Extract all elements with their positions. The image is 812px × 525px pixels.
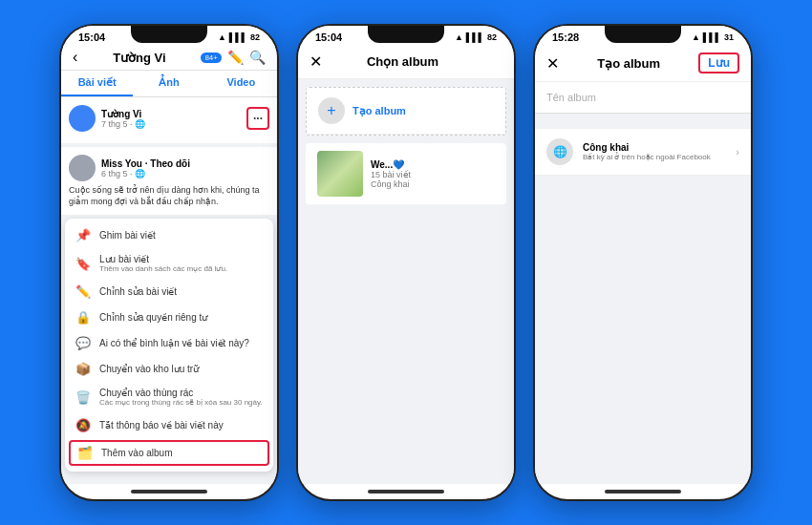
nav-title-1: Tường Vi	[113, 51, 165, 65]
album-privacy: Công khai	[371, 179, 411, 189]
close-icon-3[interactable]: ✕	[546, 54, 559, 73]
dropdown-menu: 📌 Ghim bài viết 🔖 Lưu bài viết Thêm vào …	[65, 219, 273, 472]
album-name: We...💙	[371, 159, 411, 170]
album-name-placeholder: Tên album	[546, 92, 596, 103]
home-indicator-2	[368, 490, 444, 494]
lock-icon: 🔒	[75, 310, 92, 325]
back-icon-1[interactable]: ‹	[73, 49, 77, 66]
notch-1	[131, 26, 207, 43]
tab-video[interactable]: Video	[205, 71, 277, 96]
wifi-icon-3: ▲	[692, 32, 700, 42]
notify-icon: 🔕	[75, 418, 92, 432]
menu-comment-label: Ai có thể bình luận về bài viết này?	[99, 338, 264, 348]
privacy-text: Công khai Bất kỳ ai ở trên hoặc ngoài Fa…	[583, 142, 726, 161]
menu-notify[interactable]: 🔕 Tắt thông báo về bài viết này	[65, 412, 273, 438]
content-1: Tường Vi 7 thg 5 · 🌐 ··· Miss You · Theo…	[61, 97, 277, 484]
tab-posts[interactable]: Bài viết	[61, 71, 133, 96]
close-icon-2[interactable]: ✕	[310, 52, 322, 71]
post-text-2: Cuộc sống sẽ trở nên dịu dàng hơn khi, c…	[69, 185, 269, 207]
privacy-desc: Bất kỳ ai ở trên hoặc ngoài Facebook	[583, 153, 726, 161]
phone-2: 15:04 ▲ ▌▌▌ 82 ✕ Chọn album + Tạo album …	[296, 24, 516, 501]
album-header: ✕ Chọn album	[298, 45, 514, 79]
signal-icon: ▌▌▌	[229, 32, 247, 42]
tab-photos[interactable]: Ảnh	[133, 71, 204, 96]
create-album-row[interactable]: + Tạo album	[307, 88, 505, 135]
create-album-title: Tạo album	[559, 56, 698, 71]
menu-archive[interactable]: 📦 Chuyển vào kho lưu trữ	[65, 356, 273, 382]
menu-trash-sub: Các mục trong thùng rác sẽ bị xóa sau 30…	[99, 398, 263, 407]
menu-save-sub: Thêm vào danh sách các mục đã lưu.	[99, 264, 227, 273]
privacy-icon: 🌐	[546, 138, 573, 165]
menu-album-label: Thêm vào album	[101, 448, 262, 458]
status-icons-3: ▲ ▌▌▌ 31	[692, 32, 734, 42]
signal-icon-3: ▌▌▌	[703, 32, 721, 42]
menu-add-album[interactable]: 🗂️ Thêm vào album	[69, 440, 269, 466]
menu-trash[interactable]: 🗑️ Chuyển vào thùng rác Các mục trong th…	[65, 382, 273, 412]
three-dots-button[interactable]: ···	[246, 107, 269, 130]
menu-save[interactable]: 🔖 Lưu bài viết Thêm vào danh sách các mụ…	[65, 248, 273, 279]
menu-comment[interactable]: 💬 Ai có thể bình luận về bài viết này?	[65, 330, 273, 356]
album-count: 15 bài viết	[371, 170, 411, 179]
time-1: 15:04	[78, 32, 105, 43]
search-icon-1[interactable]: 🔍	[249, 50, 266, 65]
album-list-item[interactable]: We...💙 15 bài viết Công khai	[306, 143, 506, 205]
menu-edit[interactable]: ✏️ Chỉnh sửa bài viết	[65, 279, 273, 304]
notch-3	[605, 26, 681, 43]
tab-bar-1: Bài viết Ảnh Video	[61, 71, 277, 97]
album-name-input[interactable]: Tên album	[535, 82, 751, 114]
pin-icon: 📌	[75, 228, 92, 242]
menu-edit-label: Chỉnh sửa bài viết	[99, 286, 264, 297]
post-card-2: Miss You · Theo dõi 6 thg 5 · 🌐 Cuộc sốn…	[61, 147, 277, 215]
battery-icon-3: 31	[724, 32, 734, 42]
menu-pin-label: Ghim bài viết	[99, 230, 264, 241]
privacy-row[interactable]: 🌐 Công khai Bất kỳ ai ở trên hoặc ngoài …	[535, 129, 751, 176]
post-user-1: Tường Vi	[101, 109, 145, 119]
album-icon: 🗂️	[76, 446, 94, 460]
create-header: ✕ Tạo album Lưu	[535, 45, 751, 82]
plus-icon: +	[318, 97, 345, 124]
wifi-icon: ▲	[218, 32, 226, 42]
signal-icon-2: ▌▌▌	[466, 32, 484, 42]
phone-3: 15:28 ▲ ▌▌▌ 31 ✕ Tạo album Lưu Tên album…	[533, 24, 753, 501]
menu-trash-label: Chuyển vào thùng rác	[99, 388, 263, 398]
menu-archive-label: Chuyển vào kho lưu trữ	[99, 364, 264, 374]
wifi-icon-2: ▲	[455, 32, 463, 42]
battery-icon: 82	[250, 32, 260, 42]
menu-privacy-label: Chỉnh sửa quyền riêng tư	[99, 312, 264, 323]
notch-2	[368, 26, 444, 43]
home-indicator-3	[605, 490, 681, 494]
choose-album-title: Chọn album	[322, 54, 483, 69]
menu-notify-label: Tắt thông báo về bài viết này	[99, 420, 264, 430]
chevron-right-icon: ›	[736, 146, 739, 158]
privacy-name: Công khai	[583, 142, 726, 153]
menu-save-label: Lưu bài viết	[99, 254, 227, 264]
status-icons-2: ▲ ▌▌▌ 82	[455, 32, 497, 42]
avatar-2	[69, 155, 96, 181]
trash-icon: 🗑️	[75, 390, 92, 405]
post-time-2: 6 thg 5 · 🌐	[101, 169, 190, 178]
save-icon: 🔖	[75, 257, 92, 271]
album-thumb-image	[317, 151, 363, 197]
save-button[interactable]: Lưu	[698, 52, 739, 74]
archive-icon: 📦	[75, 362, 92, 376]
menu-privacy[interactable]: 🔒 Chỉnh sửa quyền riêng tư	[65, 304, 273, 330]
edit-menu-icon: ✏️	[75, 284, 92, 299]
nav-bar-1: ‹ Tường Vi 84+ ✏️ 🔍	[61, 45, 277, 71]
notification-badge: 84+	[201, 52, 222, 63]
post-time-1: 7 thg 5 · 🌐	[101, 119, 145, 129]
status-icons-1: ▲ ▌▌▌ 82	[218, 32, 260, 42]
menu-pin[interactable]: 📌 Ghim bài viết	[65, 222, 273, 248]
post-card-1: Tường Vi 7 thg 5 · 🌐 ···	[61, 97, 277, 143]
avatar-1	[69, 105, 96, 132]
comment-icon: 💬	[75, 336, 92, 350]
time-3: 15:28	[552, 32, 579, 43]
phone-1: 15:04 ▲ ▌▌▌ 82 ‹ Tường Vi 84+ ✏️ 🔍 Bài v…	[59, 24, 279, 501]
home-indicator-1	[131, 490, 207, 494]
post-user-2: Miss You · Theo dõi	[101, 158, 190, 169]
edit-icon-1[interactable]: ✏️	[227, 50, 244, 65]
battery-icon-2: 82	[487, 32, 497, 42]
album-thumbnail	[317, 151, 363, 197]
time-2: 15:04	[315, 32, 342, 43]
create-album-label: Tạo album	[353, 105, 406, 117]
